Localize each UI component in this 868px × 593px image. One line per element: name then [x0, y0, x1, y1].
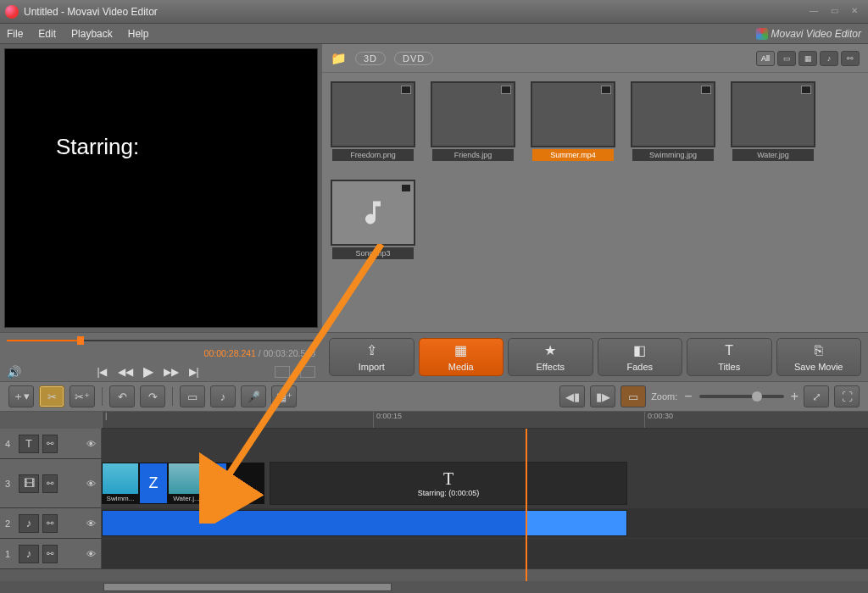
visibility-icon[interactable]: 👁 — [86, 518, 96, 529]
redo-button[interactable]: ↷ — [140, 385, 165, 407]
transition-clip[interactable]: Z — [139, 463, 168, 504]
preview-video[interactable]: Starring: — [5, 49, 317, 327]
app-logo-icon — [5, 5, 19, 19]
link-icon[interactable]: ⚯ — [42, 514, 58, 533]
mode-save[interactable]: ⎘Save Movie — [776, 338, 862, 376]
seek-handle[interactable] — [77, 336, 84, 345]
split-button[interactable]: ✂ — [39, 385, 64, 407]
media-item-swimming[interactable]: Swimming.jpg — [632, 83, 714, 161]
audio-track-icon: ♪ — [19, 514, 39, 533]
timeline-tracks: 4 T ⚯ 👁 3 🎞 ⚯ 👁 Swimm... Z Water.j... — [0, 429, 868, 581]
mode-effects[interactable]: ★Effects — [508, 338, 593, 376]
type-badge-icon — [401, 86, 411, 94]
menu-edit[interactable]: Edit — [38, 28, 56, 40]
track-body[interactable] — [102, 508, 868, 538]
media-item-freedom[interactable]: Freedom.png — [332, 83, 414, 161]
record-button[interactable]: 🎤 — [241, 385, 266, 407]
maximize-button[interactable]: ▭ — [826, 6, 843, 18]
open-folder-icon[interactable]: 📁 — [331, 51, 347, 66]
export-frame-button[interactable]: ▦⁺ — [271, 385, 297, 407]
clip-swimming[interactable]: Swimm... — [102, 463, 139, 504]
zoom-in-button[interactable]: + — [791, 389, 798, 404]
filter-link-icon[interactable]: ⚯ — [841, 51, 860, 66]
rewind-button[interactable]: ◀◀ — [118, 366, 133, 378]
clip-misc[interactable] — [205, 463, 264, 504]
undo-button[interactable]: ↶ — [109, 385, 135, 407]
type-badge-icon — [801, 86, 811, 94]
timeline-ruler[interactable]: | 0:00:15 0:00:30 — [102, 412, 868, 429]
media-item-song[interactable]: Song.mp3 — [332, 181, 414, 259]
skip-start-button[interactable]: |◀ — [97, 366, 107, 378]
track-body[interactable] — [102, 539, 868, 568]
effects-icon: ★ — [544, 342, 556, 358]
timeline-scrollbar[interactable] — [0, 581, 868, 593]
track-body[interactable] — [102, 429, 868, 458]
marker-prev-button[interactable]: ◀▮ — [559, 385, 585, 407]
track-3: 3 🎞 ⚯ 👁 Swimm... Z Water.j... T Starring… — [0, 459, 868, 508]
zoom-slider[interactable] — [699, 395, 784, 398]
media-item-summer[interactable]: Summer.mp4 — [532, 83, 614, 161]
skip-end-button[interactable]: ▶| — [189, 366, 199, 378]
link-icon[interactable]: ⚯ — [42, 474, 58, 493]
trim-button[interactable]: ▭ — [180, 385, 205, 407]
visibility-icon[interactable]: 👁 — [86, 479, 96, 489]
preview-mode-button[interactable]: ▭ — [620, 385, 646, 407]
track-head[interactable]: 2 ♪ ⚯ 👁 — [0, 508, 102, 538]
mode-import[interactable]: ⇪Import — [329, 338, 415, 376]
mode-media[interactable]: ▦Media — [419, 338, 504, 376]
playhead[interactable] — [526, 429, 527, 581]
filter-audio-icon[interactable]: ♪ — [820, 51, 838, 66]
visibility-icon[interactable]: 👁 — [86, 439, 96, 449]
menu-file[interactable]: File — [7, 28, 23, 40]
visibility-icon[interactable]: 👁 — [86, 549, 96, 559]
add-track-button[interactable]: ＋▾ — [8, 385, 34, 407]
marker-next-button[interactable]: ▮▶ — [590, 385, 615, 407]
seek-bar[interactable] — [7, 336, 315, 345]
media-item-friends[interactable]: Friends.jpg — [432, 83, 514, 161]
fit-button[interactable]: ⤢ — [804, 385, 829, 407]
link-icon[interactable]: ⚯ — [42, 545, 58, 563]
track-head[interactable]: 4 T ⚯ 👁 — [0, 429, 102, 458]
timeline: | 0:00:15 0:00:30 4 T ⚯ 👁 3 🎞 ⚯ 👁 Sw — [0, 412, 868, 593]
preview-overlay-text: Starring: — [56, 134, 139, 160]
cut-button[interactable]: ✂⁺ — [70, 385, 95, 407]
clip-water[interactable]: Water.j... — [168, 463, 205, 504]
link-icon[interactable]: ⚯ — [42, 435, 58, 453]
zoom-out-button[interactable]: − — [684, 389, 692, 404]
filter-image-icon[interactable]: ▦ — [798, 51, 817, 66]
media-item-water[interactable]: Water.jpg — [732, 83, 814, 161]
clip-audio[interactable] — [102, 510, 627, 536]
track-body[interactable]: Swimm... Z Water.j... T Starring: (0:00:… — [102, 459, 868, 507]
mode-fades[interactable]: ◧Fades — [598, 338, 683, 376]
badge-dvd[interactable]: DVD — [394, 52, 433, 65]
media-pane: 📁 3D DVD All ▭ ▦ ♪ ⚯ Freedom.png Friends… — [322, 44, 868, 332]
type-badge-icon — [401, 184, 411, 192]
scrollbar-thumb[interactable] — [103, 583, 392, 591]
track-head[interactable]: 1 ♪ ⚯ 👁 — [0, 539, 102, 568]
crop-button[interactable] — [300, 366, 315, 378]
zoom-label: Zoom: — [651, 391, 677, 402]
media-toolbar: 📁 3D DVD All ▭ ▦ ♪ ⚯ — [322, 44, 868, 73]
audio-props-button[interactable]: ♪ — [210, 385, 236, 407]
type-badge-icon — [501, 86, 511, 94]
minimize-button[interactable]: — — [805, 6, 822, 18]
aspect-button[interactable] — [275, 366, 290, 378]
media-label: Summer.mp4 — [532, 149, 614, 161]
zoom-handle[interactable] — [752, 391, 762, 402]
filter-video-icon[interactable]: ▭ — [777, 51, 796, 66]
track-4: 4 T ⚯ 👁 — [0, 429, 868, 459]
menu-help[interactable]: Help — [128, 28, 149, 40]
forward-button[interactable]: ▶▶ — [164, 366, 179, 378]
fullscreen-button[interactable]: ⛶ — [834, 385, 860, 407]
play-button[interactable]: ▶ — [143, 363, 153, 380]
brand-text: Movavi Video Editor — [771, 28, 862, 40]
mode-titles[interactable]: TTitles — [687, 338, 772, 376]
clip-title[interactable]: T Starring: (0:00:05) — [270, 462, 627, 505]
badge-3d[interactable]: 3D — [355, 52, 386, 65]
menu-playback[interactable]: Playback — [71, 28, 113, 40]
volume-icon[interactable]: 🔊 — [7, 365, 21, 379]
filter-all[interactable]: All — [756, 51, 775, 66]
track-head[interactable]: 3 🎞 ⚯ 👁 — [0, 459, 102, 507]
close-button[interactable]: ✕ — [846, 6, 863, 18]
audio-track-icon: ♪ — [19, 545, 39, 563]
